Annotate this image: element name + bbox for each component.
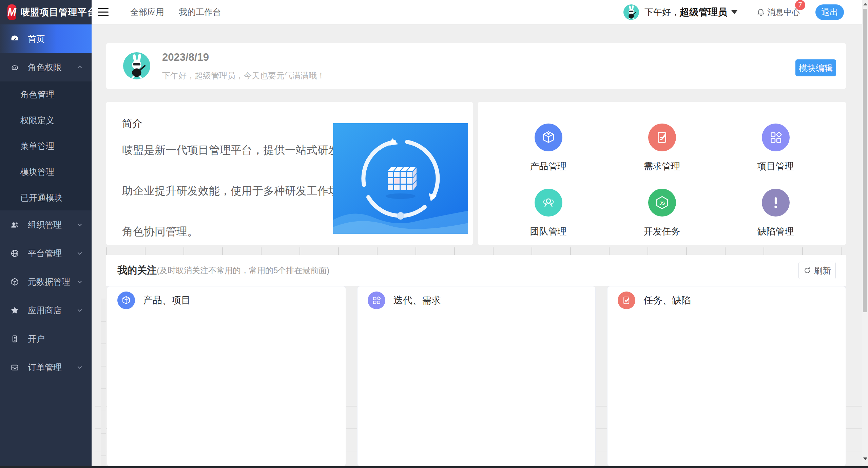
module-team-management[interactable]: 团队管理 [530,189,567,245]
sidebar-item-orders[interactable]: 订单管理 [0,353,92,381]
module-defect-management[interactable]: 缺陷管理 [757,189,794,245]
ledger-icon [10,334,19,343]
refresh-button[interactable]: 刷新 [798,262,836,279]
window-bottom-edge [0,466,868,468]
module-label: 项目管理 [757,160,794,172]
welcome-message: 下午好，超级管理员，今天也要元气满满哦！ [162,70,325,81]
module-label: 缺陷管理 [757,225,794,238]
sidebar-subitem-role-management[interactable]: 角色管理 [0,81,92,107]
welcome-date: 2023/8/19 [162,51,209,63]
grid-icon [768,130,783,145]
app-logo-icon: M [7,4,16,20]
nav-all-apps[interactable]: 全部应用 [130,6,164,18]
follow-card-title: 产品、项目 [143,294,191,307]
sidebar-label: 平台管理 [28,248,62,259]
sidebar-item-platform[interactable]: 平台管理 [0,239,92,267]
logo-area: M 唛盟项目管理平台 [0,0,92,24]
user-avatar[interactable] [623,4,639,20]
sidebar-label: 开户 [28,333,45,344]
module-label: 团队管理 [530,225,567,238]
sidebar-subitem-menu-management[interactable]: 菜单管理 [0,133,92,159]
inbox-icon [10,363,19,372]
scrollbar-thumb[interactable] [863,9,867,312]
users-icon [10,220,19,229]
sidebar-item-role-permissions[interactable]: 角色权限 [0,53,92,81]
message-center-button[interactable]: 消息中心 7 [756,7,800,18]
chevron-down-icon [77,307,83,313]
welcome-card: 2023/8/19 下午好，超级管理员，今天也要元气满满哦！ 模块编辑 [106,43,846,89]
sidebar-label: 组织管理 [28,219,62,230]
background-grid-strip [101,299,106,466]
sidebar-item-open-account[interactable]: 开户 [0,324,92,353]
product-cube-icon [121,295,131,305]
js-hexagon-icon: JS [655,195,670,210]
app-title: 唛盟项目管理平台 [21,6,97,18]
top-header: M 唛盟项目管理平台 全部应用 我的工作台 下午好，超级管理员 [0,0,862,24]
team-icon [541,195,556,210]
scroll-down-arrow-icon[interactable] [862,455,868,462]
exclamation-icon [768,195,783,210]
modules-card: 产品管理 需求管理 项目管理 [478,102,846,245]
sidebar-label: 应用商店 [28,305,62,316]
message-count-badge: 7 [795,0,805,10]
follow-card-iterations-requirements[interactable]: 迭代、需求 [357,286,596,466]
user-dropdown-icon[interactable] [731,10,737,14]
sidebar-label: 首页 [28,33,45,44]
menu-toggle-icon[interactable] [98,8,109,16]
sidebar-item-organization[interactable]: 组织管理 [0,210,92,239]
follow-card-header: 迭代、需求 [358,286,595,314]
module-product-management[interactable]: 产品管理 [530,124,567,180]
header-right: 下午好，超级管理员 消息中心 7 退出 [623,4,862,20]
chevron-down-icon [77,364,83,370]
follow-section-header: 我的关注 (及时取消关注不常用的，常用的5个排在最前面) 刷新 [106,255,846,286]
app-root: M 唛盟项目管理平台 全部应用 我的工作台 下午好，超级管理员 [0,0,868,468]
module-label: 需求管理 [644,160,680,172]
message-center-label: 消息中心 [767,7,800,18]
globe-icon [10,249,19,258]
chevron-down-icon [77,222,83,228]
sidebar-item-metadata[interactable]: 元数据管理 [0,267,92,296]
greeting-prefix: 下午好， [644,7,680,17]
sidebar-item-app-store[interactable]: 应用商店 [0,296,92,324]
sidebar: 首页 角色权限 角色管理 权限定义 菜单管理 模块管理 已开通模块 组织管理 [0,24,92,466]
scroll-up-arrow-icon[interactable] [862,1,868,7]
module-project-management[interactable]: 项目管理 [757,124,794,180]
module-requirement-management[interactable]: 需求管理 [644,124,680,180]
sidebar-item-home[interactable]: 首页 [0,24,92,53]
follow-card-title: 任务、缺陷 [643,294,691,307]
refresh-label: 刷新 [814,265,831,276]
follow-card-tasks-defects[interactable]: 任务、缺陷 [607,286,846,466]
vertical-scrollbar[interactable] [862,0,868,466]
follow-title: 我的关注 [117,264,157,277]
sidebar-label: 角色权限 [28,62,62,73]
nav-my-workbench[interactable]: 我的工作台 [179,6,221,18]
module-label: 开发任务 [644,225,680,238]
sidebar-subitem-opened-modules[interactable]: 已开通模块 [0,185,92,210]
follow-subtitle: (及时取消关注不常用的，常用的5个排在最前面) [157,265,329,276]
intro-illustration [333,123,468,234]
edit-doc-icon [655,130,670,145]
module-label: 产品管理 [530,160,567,172]
follow-card-header: 产品、项目 [107,286,346,314]
refresh-icon [803,266,811,275]
sidebar-subitem-module-management[interactable]: 模块管理 [0,159,92,185]
chevron-down-icon [77,250,83,256]
sidebar-label: 订单管理 [28,362,62,373]
chevron-up-icon [77,64,83,70]
role-permissions-submenu: 角色管理 权限定义 菜单管理 模块管理 已开通模块 [0,81,92,210]
module-dev-tasks[interactable]: JS 开发任务 [644,189,680,245]
cube-icon [10,277,19,286]
follow-card-products-projects[interactable]: 产品、项目 [107,286,346,466]
module-edit-button[interactable]: 模块编辑 [795,59,836,76]
username: 超级管理员 [680,7,727,17]
follow-card-header: 任务、缺陷 [607,286,846,314]
dashboard-icon [10,34,19,43]
sidebar-subitem-permission-definition[interactable]: 权限定义 [0,107,92,133]
svg-text:JS: JS [659,201,665,206]
logout-button[interactable]: 退出 [815,4,844,20]
user-greeting[interactable]: 下午好，超级管理员 [644,6,727,19]
chevron-down-icon [77,279,83,285]
bell-icon [756,8,765,17]
sidebar-label: 元数据管理 [28,276,70,287]
robot-icon [10,63,19,72]
